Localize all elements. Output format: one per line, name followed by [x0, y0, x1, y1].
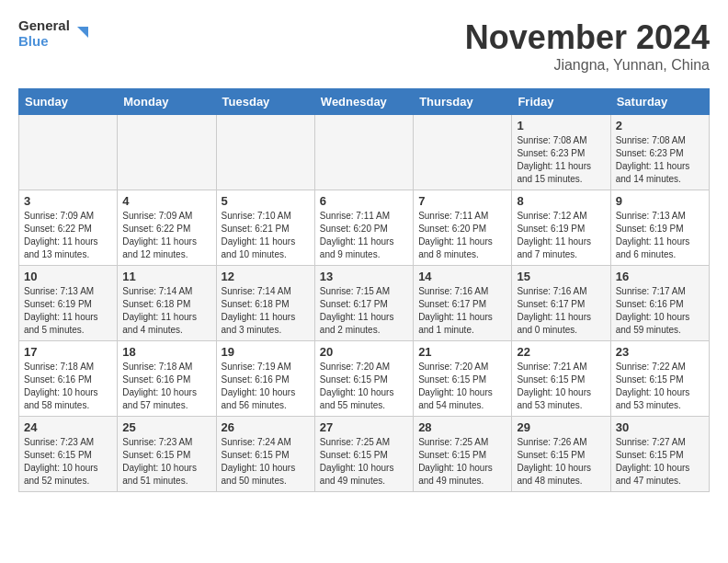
logo-mark: General Blue: [18, 18, 90, 49]
day-number: 5: [222, 194, 310, 208]
logo-text-blue: Blue: [18, 34, 70, 50]
calendar-cell: [118, 115, 216, 190]
weekday-header-saturday: Saturday: [610, 89, 709, 115]
day-number: 7: [418, 194, 506, 208]
calendar-cell: 13Sunrise: 7:15 AM Sunset: 6:17 PM Dayli…: [314, 266, 413, 341]
calendar-cell: 12Sunrise: 7:14 AM Sunset: 6:18 PM Dayli…: [216, 266, 314, 341]
calendar-cell: 28Sunrise: 7:25 AM Sunset: 6:15 PM Dayli…: [414, 417, 512, 492]
day-number: 26: [222, 420, 310, 434]
day-info: Sunrise: 7:16 AM Sunset: 6:17 PM Dayligh…: [517, 285, 605, 337]
day-number: 17: [24, 345, 112, 359]
day-info: Sunrise: 7:21 AM Sunset: 6:15 PM Dayligh…: [517, 361, 605, 412]
calendar-cell: 26Sunrise: 7:24 AM Sunset: 6:15 PM Dayli…: [216, 417, 314, 492]
day-number: 2: [616, 119, 704, 132]
day-info: Sunrise: 7:11 AM Sunset: 6:20 PM Dayligh…: [320, 210, 408, 261]
day-number: 8: [517, 194, 605, 208]
week-row-4: 17Sunrise: 7:18 AM Sunset: 6:16 PM Dayli…: [19, 341, 710, 417]
calendar-cell: 17Sunrise: 7:18 AM Sunset: 6:16 PM Dayli…: [19, 341, 118, 417]
svg-marker-0: [77, 27, 88, 38]
day-info: Sunrise: 7:11 AM Sunset: 6:20 PM Dayligh…: [418, 210, 506, 261]
day-info: Sunrise: 7:09 AM Sunset: 6:22 PM Dayligh…: [122, 210, 210, 261]
weekday-header-sunday: Sunday: [19, 89, 118, 115]
calendar-cell: 11Sunrise: 7:14 AM Sunset: 6:18 PM Dayli…: [118, 266, 216, 341]
day-info: Sunrise: 7:14 AM Sunset: 6:18 PM Dayligh…: [122, 285, 210, 337]
day-info: Sunrise: 7:22 AM Sunset: 6:15 PM Dayligh…: [616, 361, 704, 412]
calendar-cell: 7Sunrise: 7:11 AM Sunset: 6:20 PM Daylig…: [414, 190, 512, 266]
calendar-cell: 18Sunrise: 7:18 AM Sunset: 6:16 PM Dayli…: [118, 341, 216, 417]
day-info: Sunrise: 7:25 AM Sunset: 6:15 PM Dayligh…: [418, 436, 506, 488]
day-number: 15: [517, 270, 605, 283]
calendar-cell: 4Sunrise: 7:09 AM Sunset: 6:22 PM Daylig…: [118, 190, 216, 266]
day-info: Sunrise: 7:13 AM Sunset: 6:19 PM Dayligh…: [616, 210, 704, 261]
day-number: 23: [616, 345, 704, 359]
calendar-cell: 24Sunrise: 7:23 AM Sunset: 6:15 PM Dayli…: [19, 417, 118, 492]
day-info: Sunrise: 7:16 AM Sunset: 6:17 PM Dayligh…: [418, 285, 506, 337]
weekday-header-row: SundayMondayTuesdayWednesdayThursdayFrid…: [19, 89, 710, 115]
day-info: Sunrise: 7:20 AM Sunset: 6:15 PM Dayligh…: [320, 361, 408, 412]
calendar-cell: 16Sunrise: 7:17 AM Sunset: 6:16 PM Dayli…: [610, 266, 709, 341]
day-info: Sunrise: 7:17 AM Sunset: 6:16 PM Dayligh…: [616, 285, 704, 337]
day-number: 28: [418, 420, 506, 434]
day-number: 6: [320, 194, 408, 208]
weekday-header-wednesday: Wednesday: [314, 89, 413, 115]
calendar-cell: [19, 115, 118, 190]
day-info: Sunrise: 7:18 AM Sunset: 6:16 PM Dayligh…: [24, 361, 112, 412]
calendar-cell: 2Sunrise: 7:08 AM Sunset: 6:23 PM Daylig…: [610, 115, 709, 190]
calendar-cell: 30Sunrise: 7:27 AM Sunset: 6:15 PM Dayli…: [610, 417, 709, 492]
day-info: Sunrise: 7:19 AM Sunset: 6:16 PM Dayligh…: [222, 361, 310, 412]
calendar-cell: 22Sunrise: 7:21 AM Sunset: 6:15 PM Dayli…: [512, 341, 610, 417]
day-info: Sunrise: 7:25 AM Sunset: 6:15 PM Dayligh…: [320, 436, 408, 488]
calendar-cell: 9Sunrise: 7:13 AM Sunset: 6:19 PM Daylig…: [610, 190, 709, 266]
calendar-cell: 23Sunrise: 7:22 AM Sunset: 6:15 PM Dayli…: [610, 341, 709, 417]
day-number: 9: [616, 194, 704, 208]
calendar-cell: 19Sunrise: 7:19 AM Sunset: 6:16 PM Dayli…: [216, 341, 314, 417]
day-info: Sunrise: 7:18 AM Sunset: 6:16 PM Dayligh…: [122, 361, 210, 412]
day-info: Sunrise: 7:09 AM Sunset: 6:22 PM Dayligh…: [24, 210, 112, 261]
week-row-3: 10Sunrise: 7:13 AM Sunset: 6:19 PM Dayli…: [19, 266, 710, 341]
month-title: November 2024: [465, 18, 710, 57]
logo-chevron-icon: [72, 25, 90, 43]
day-number: 11: [122, 270, 210, 283]
week-row-2: 3Sunrise: 7:09 AM Sunset: 6:22 PM Daylig…: [19, 190, 710, 266]
day-number: 3: [24, 194, 112, 208]
calendar-cell: [414, 115, 512, 190]
calendar-cell: [216, 115, 314, 190]
day-number: 22: [517, 345, 605, 359]
calendar-cell: 15Sunrise: 7:16 AM Sunset: 6:17 PM Dayli…: [512, 266, 610, 341]
day-number: 14: [418, 270, 506, 283]
title-area: November 2024 Jiangna, Yunnan, China: [465, 18, 710, 74]
logo-text-general: General: [18, 18, 70, 34]
calendar-cell: 27Sunrise: 7:25 AM Sunset: 6:15 PM Dayli…: [314, 417, 413, 492]
calendar-cell: 21Sunrise: 7:20 AM Sunset: 6:15 PM Dayli…: [414, 341, 512, 417]
calendar-cell: 6Sunrise: 7:11 AM Sunset: 6:20 PM Daylig…: [314, 190, 413, 266]
day-info: Sunrise: 7:20 AM Sunset: 6:15 PM Dayligh…: [418, 361, 506, 412]
day-info: Sunrise: 7:26 AM Sunset: 6:15 PM Dayligh…: [517, 436, 605, 488]
day-number: 4: [122, 194, 210, 208]
week-row-1: 1Sunrise: 7:08 AM Sunset: 6:23 PM Daylig…: [19, 115, 710, 190]
calendar-cell: 29Sunrise: 7:26 AM Sunset: 6:15 PM Dayli…: [512, 417, 610, 492]
day-number: 1: [517, 119, 605, 132]
weekday-header-tuesday: Tuesday: [216, 89, 314, 115]
day-number: 19: [222, 345, 310, 359]
calendar-cell: [314, 115, 413, 190]
day-info: Sunrise: 7:15 AM Sunset: 6:17 PM Dayligh…: [320, 285, 408, 337]
location: Jiangna, Yunnan, China: [465, 57, 710, 74]
day-info: Sunrise: 7:13 AM Sunset: 6:19 PM Dayligh…: [24, 285, 112, 337]
weekday-header-friday: Friday: [512, 89, 610, 115]
day-number: 27: [320, 420, 408, 434]
day-number: 13: [320, 270, 408, 283]
calendar-cell: 20Sunrise: 7:20 AM Sunset: 6:15 PM Dayli…: [314, 341, 413, 417]
day-number: 30: [616, 420, 704, 434]
day-info: Sunrise: 7:10 AM Sunset: 6:21 PM Dayligh…: [222, 210, 310, 261]
day-number: 29: [517, 420, 605, 434]
day-number: 12: [222, 270, 310, 283]
day-number: 16: [616, 270, 704, 283]
week-row-5: 24Sunrise: 7:23 AM Sunset: 6:15 PM Dayli…: [19, 417, 710, 492]
day-info: Sunrise: 7:08 AM Sunset: 6:23 PM Dayligh…: [616, 134, 704, 186]
day-info: Sunrise: 7:27 AM Sunset: 6:15 PM Dayligh…: [616, 436, 704, 488]
day-number: 25: [122, 420, 210, 434]
calendar-cell: 3Sunrise: 7:09 AM Sunset: 6:22 PM Daylig…: [19, 190, 118, 266]
day-info: Sunrise: 7:24 AM Sunset: 6:15 PM Dayligh…: [222, 436, 310, 488]
day-info: Sunrise: 7:14 AM Sunset: 6:18 PM Dayligh…: [222, 285, 310, 337]
weekday-header-monday: Monday: [118, 89, 216, 115]
